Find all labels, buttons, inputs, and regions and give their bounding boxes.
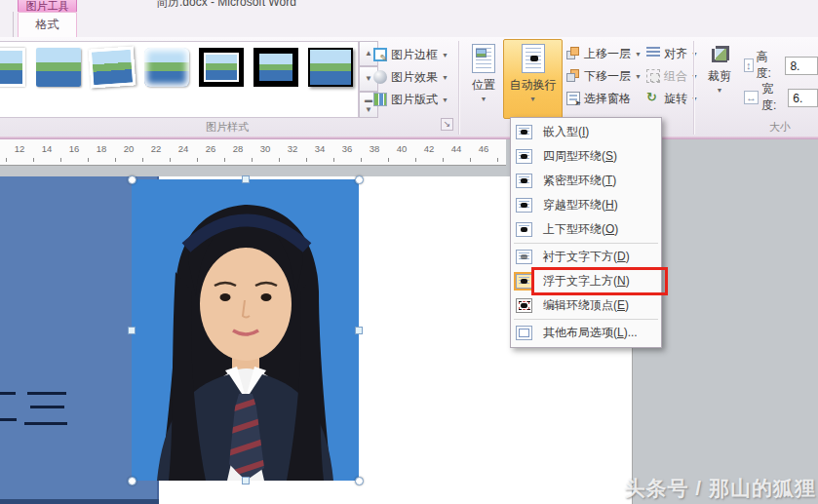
more-layout-options-icon xyxy=(516,326,532,340)
dropdown-arrow-icon: ▼ xyxy=(635,73,642,80)
ruler-number: 24 xyxy=(175,143,192,154)
selection-handle-top-right[interactable] xyxy=(355,175,364,184)
wrap-menu-item-behind-text[interactable]: 衬于文字下方(D) xyxy=(511,245,661,269)
landscape-preview-image xyxy=(308,48,353,87)
height-field-row: ↕ 高度: 8. xyxy=(744,49,818,82)
selection-handle-bottom-right[interactable] xyxy=(355,477,364,485)
wrap-menu-item-more-layout-options[interactable]: 其他布局选项(L)... xyxy=(511,321,661,345)
tab-row-divider xyxy=(13,12,14,37)
landscape-preview-image xyxy=(0,48,25,87)
ruler-number: 42 xyxy=(420,143,438,154)
ruler-number: 26 xyxy=(202,143,219,154)
wrap-menu-item-label: 编辑环绕顶点(E) xyxy=(543,297,629,314)
wrap-text-icon xyxy=(522,44,545,73)
ruler-tick xyxy=(415,158,416,162)
picture-style-thumbnail-thin-black-frame[interactable] xyxy=(308,48,353,87)
ruler-tick xyxy=(497,158,498,162)
send-backward-button[interactable]: 下移一层▼ xyxy=(566,66,642,86)
width-label: 宽度: xyxy=(761,81,785,114)
wrap-menu-item-in-front-of-text[interactable]: 浮于文字上方(N) xyxy=(511,269,661,293)
group-objects-icon xyxy=(646,69,660,83)
picture-style-thumbnail-double-black-frame[interactable] xyxy=(199,48,244,87)
wrap-menu-item-tight-wrap[interactable]: 紧密型环绕(T) xyxy=(511,169,661,193)
wrap-menu-item-label: 紧密型环绕(T) xyxy=(543,173,616,189)
dropdown-arrow-icon: ▼ xyxy=(442,52,448,58)
picture-effects-button[interactable]: 图片效果▼ xyxy=(373,67,448,87)
selection-handle-top-center[interactable] xyxy=(242,175,250,183)
tab-format[interactable]: 格式 xyxy=(18,12,77,37)
ruler-tick xyxy=(60,158,61,162)
word-window: 图片工具 简历.docx - Microsoft Word 格式 ▲ ▼ ▬▼ … xyxy=(0,0,818,504)
selection-handle-bottom-center[interactable] xyxy=(242,477,250,485)
ruler-tick xyxy=(388,158,389,162)
picture-border-button[interactable]: 图片边框▼ xyxy=(373,45,448,64)
group-button[interactable]: 组合▼ xyxy=(646,66,698,86)
width-icon: ↔ xyxy=(744,91,759,104)
menu-separator xyxy=(514,319,658,320)
title-bar: 图片工具 简历.docx - Microsoft Word xyxy=(0,0,818,12)
ruler-number: 28 xyxy=(229,143,247,154)
edit-wrap-points-icon xyxy=(516,298,532,313)
wrap-menu-item-square-wrap[interactable]: 四周型环绕(S) xyxy=(511,144,661,169)
picture-style-thumbnail-soft-edge-rounded[interactable] xyxy=(144,48,189,87)
wrap-menu-item-through-wrap[interactable]: 穿越型环绕(H) xyxy=(511,193,661,217)
ruler-tick xyxy=(470,158,471,162)
selection-handle-bottom-left[interactable] xyxy=(128,477,136,485)
inline-with-text-icon xyxy=(516,125,532,139)
wrap-menu-item-top-bottom-wrap[interactable]: 上下型环绕(O) xyxy=(511,217,661,242)
dropdown-arrow-icon: ▼ xyxy=(481,96,487,102)
picture-style-thumbnail-black-frame-small[interactable] xyxy=(253,48,298,87)
ruler-tick xyxy=(279,158,280,162)
selection-handle-middle-left[interactable] xyxy=(128,327,136,334)
bring-forward-button[interactable]: 上移一层▼ xyxy=(566,44,642,63)
selection-handle-middle-right[interactable] xyxy=(355,327,363,334)
text-placeholder-line xyxy=(0,418,17,421)
picture-border-icon xyxy=(373,48,387,61)
ruler-number: 32 xyxy=(284,143,301,154)
top-bottom-wrap-icon xyxy=(516,222,532,237)
ruler-number: 16 xyxy=(65,143,83,154)
picture-style-thumbnail-simple-frame-white[interactable] xyxy=(0,48,25,87)
id-photo[interactable] xyxy=(132,179,359,481)
bring-forward-icon xyxy=(566,47,580,60)
ribbon-tab-row: 格式 xyxy=(0,12,818,37)
ruler-tick xyxy=(6,158,7,162)
ruler-number: 44 xyxy=(448,143,465,154)
ruler-number: 22 xyxy=(147,143,165,154)
selection-pane-button[interactable]: 选择窗格 xyxy=(566,89,631,108)
ruler-tick xyxy=(252,158,253,162)
wrap-menu-item-edit-wrap-points[interactable]: 编辑环绕顶点(E) xyxy=(511,293,661,318)
through-wrap-icon xyxy=(516,198,532,213)
wrap-text-menu: 嵌入型(I)四周型环绕(S)紧密型环绕(T)穿越型环绕(H)上下型环绕(O)衬于… xyxy=(510,117,662,348)
picture-styles-dialog-launcher-icon[interactable]: ↘ xyxy=(441,118,453,131)
ruler-number: 12 xyxy=(11,143,28,154)
position-button[interactable]: 位置 ▼ xyxy=(465,40,502,118)
ruler-tick xyxy=(88,158,89,162)
wrap-menu-item-label: 浮于文字上方(N) xyxy=(543,273,630,290)
ruler-number: 18 xyxy=(93,143,110,154)
height-input[interactable]: 8. xyxy=(785,57,818,75)
rotate-button[interactable]: 旋转▼ xyxy=(646,89,698,108)
picture-style-thumbnail-plain[interactable] xyxy=(36,48,81,87)
crop-icon xyxy=(710,44,729,63)
selection-handle-top-left[interactable] xyxy=(128,175,136,184)
wrap-menu-item-inline-with-text[interactable]: 嵌入型(I) xyxy=(511,120,661,144)
align-icon xyxy=(646,47,660,60)
wrap-menu-item-label: 穿越型环绕(H) xyxy=(543,197,618,213)
width-input[interactable]: 6. xyxy=(788,89,818,107)
text-placeholder-line xyxy=(27,392,66,395)
crop-button[interactable]: 裁剪 ▼ xyxy=(700,40,739,114)
picture-style-thumbnail-rotated-white-frame[interactable] xyxy=(89,46,136,88)
text-placeholder-line xyxy=(24,422,67,425)
landscape-preview-image xyxy=(253,48,298,87)
ruler-number: 36 xyxy=(338,143,356,154)
wrap-menu-item-label: 其他布局选项(L)... xyxy=(543,325,638,341)
menu-separator xyxy=(514,243,658,244)
picture-layout-button[interactable]: 图片版式▼ xyxy=(373,90,448,109)
align-button[interactable]: 对齐▼ xyxy=(646,44,698,63)
dropdown-arrow-icon: ▼ xyxy=(529,96,536,102)
landscape-preview-image xyxy=(199,48,244,87)
selection-pane-icon xyxy=(566,92,580,105)
wrap-text-button[interactable]: 自动换行 ▼ xyxy=(503,39,563,119)
ruler-number: 46 xyxy=(475,143,492,154)
